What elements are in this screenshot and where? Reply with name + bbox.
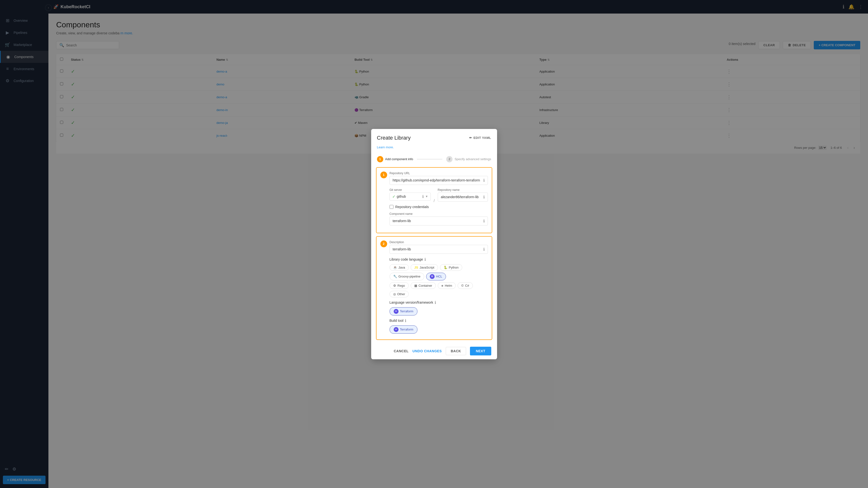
create-library-modal: Create Library ✏ EDIT YAML Learn more. 1… — [371, 129, 497, 359]
git-server-value: github — [397, 195, 421, 198]
git-server-label: Git server — [390, 188, 431, 192]
repo-credentials-label: Repository credentials — [395, 205, 429, 209]
next-button[interactable]: NEXT — [470, 347, 491, 355]
component-name-label: Component name — [390, 212, 488, 216]
step-1: 1 Add component info — [377, 156, 413, 162]
modal-actions: CANCEL UNDO CHANGES BACK NEXT — [371, 343, 497, 359]
edit-yaml-button[interactable]: ✏ EDIT YAML — [469, 136, 491, 140]
repo-name-label: Repository name — [438, 188, 488, 192]
git-server-info-icon[interactable]: ℹ — [422, 194, 424, 199]
build-tool-chips: TF Terraform — [390, 325, 488, 334]
repo-url-input[interactable] — [393, 178, 483, 182]
slash-separator: / — [434, 199, 435, 205]
framework-label: Language version/framework — [390, 300, 433, 304]
framework-chips: TF Terraform — [390, 307, 488, 316]
description-field: ℹ — [390, 245, 488, 254]
chip-hcl[interactable]: H HCL — [426, 273, 446, 281]
section-2-badge: 2 — [380, 240, 387, 247]
section-1-badge: 1 — [380, 171, 387, 178]
chip-helm[interactable]: ⎈ Helm — [438, 282, 456, 289]
repo-name-info-icon[interactable]: ℹ — [483, 195, 485, 199]
repo-name-input[interactable] — [441, 195, 483, 199]
modal-overlay: Create Library ✏ EDIT YAML Learn more. 1… — [0, 0, 868, 488]
build-tool-info-icon[interactable]: ℹ — [405, 318, 406, 323]
csharp-icon: © — [461, 284, 464, 287]
git-server-group: Git server ✓ github ℹ ▼ — [390, 188, 431, 201]
language-chips-row2: ⚙ Rego ▦ Container ⎈ Helm © — [390, 282, 488, 297]
terraform-build-icon: TF — [394, 327, 399, 332]
rego-icon: ⚙ — [393, 284, 396, 287]
git-repo-row: Git server ✓ github ℹ ▼ / Repository nam… — [390, 188, 488, 205]
chip-terraform-framework[interactable]: TF Terraform — [390, 307, 417, 316]
language-chips: ☕ Java JS JavaScript 🐍 Python 🔧 — [390, 264, 488, 281]
step-1-circle: 1 — [377, 156, 383, 162]
step-2: 2 Specify advanced settings — [446, 156, 491, 162]
repo-url-label: Repository URL — [390, 171, 488, 175]
language-info-icon[interactable]: ℹ — [425, 257, 426, 262]
repo-url-field: ℹ — [390, 176, 488, 185]
java-icon: ☕ — [393, 266, 397, 269]
step-2-label: Specify advanced settings — [455, 157, 491, 161]
modal-title: Create Library — [377, 135, 411, 141]
language-label-row: Library code language ℹ — [390, 257, 488, 262]
chip-python[interactable]: 🐍 Python — [440, 264, 462, 271]
learn-more-link[interactable]: Learn more. — [377, 145, 394, 149]
git-server-dropdown-icon[interactable]: ▼ — [425, 195, 428, 198]
chip-container[interactable]: ▦ Container — [411, 282, 436, 289]
step-1-label: Add component info — [385, 157, 413, 161]
build-tool-label: Build tool — [390, 319, 404, 323]
git-check-icon: ✓ — [392, 194, 395, 199]
chip-groovy[interactable]: 🔧 Groovy-pipeline — [390, 273, 424, 281]
undo-changes-button[interactable]: UNDO CHANGES — [412, 349, 442, 353]
chip-other[interactable]: ◎ Other — [390, 291, 409, 297]
chip-csharp[interactable]: © C# — [458, 282, 473, 289]
description-label: Description — [390, 240, 488, 244]
framework-info-icon[interactable]: ℹ — [435, 300, 436, 305]
chip-rego[interactable]: ⚙ Rego — [390, 282, 409, 289]
component-name-info-icon[interactable]: ℹ — [483, 219, 485, 223]
component-name-group: Component name ℹ — [390, 212, 488, 226]
repo-credentials-checkbox[interactable] — [390, 205, 394, 209]
language-label: Library code language — [390, 257, 423, 261]
component-name-field: ℹ — [390, 217, 488, 226]
python-icon: 🐍 — [443, 266, 447, 269]
groovy-icon: 🔧 — [393, 274, 397, 278]
component-name-input[interactable] — [393, 219, 483, 223]
back-button[interactable]: BACK — [446, 347, 466, 355]
other-icon: ◎ — [393, 292, 396, 296]
repo-name-group: Repository name ℹ — [438, 188, 488, 201]
step-line — [417, 159, 442, 159]
description-info-icon[interactable]: ℹ — [483, 247, 485, 252]
chip-javascript[interactable]: JS JavaScript — [411, 264, 438, 271]
pencil-icon: ✏ — [469, 136, 472, 140]
description-input[interactable] — [393, 247, 483, 251]
description-group: Description ℹ — [390, 240, 488, 254]
git-server-input[interactable]: ✓ github ℹ ▼ — [390, 193, 431, 201]
framework-label-row: Language version/framework ℹ — [390, 300, 488, 305]
modal-learn-more: Learn more. — [371, 145, 497, 153]
terraform-framework-icon: TF — [394, 309, 399, 314]
repo-name-field: ℹ — [438, 193, 488, 201]
hcl-icon: H — [430, 274, 435, 279]
chip-terraform-build[interactable]: TF Terraform — [390, 325, 417, 334]
modal-header: Create Library ✏ EDIT YAML — [371, 129, 497, 145]
repo-credentials-row: Repository credentials — [390, 205, 488, 209]
cancel-button[interactable]: CANCEL — [394, 349, 408, 353]
js-icon: JS — [414, 266, 418, 269]
section-1: 1 Repository URL ℹ Git server — [376, 167, 492, 233]
chip-java[interactable]: ☕ Java — [390, 264, 409, 271]
container-icon: ▦ — [414, 284, 417, 287]
stepper: 1 Add component info 2 Specify advanced … — [371, 153, 497, 167]
repo-url-info-icon[interactable]: ℹ — [483, 178, 485, 183]
build-tool-label-row: Build tool ℹ — [390, 318, 488, 323]
step-2-circle: 2 — [446, 156, 453, 162]
repo-url-group: Repository URL ℹ — [390, 171, 488, 185]
helm-icon: ⎈ — [441, 284, 443, 287]
section-2: 2 Description ℹ Library code language ℹ — [376, 236, 492, 340]
